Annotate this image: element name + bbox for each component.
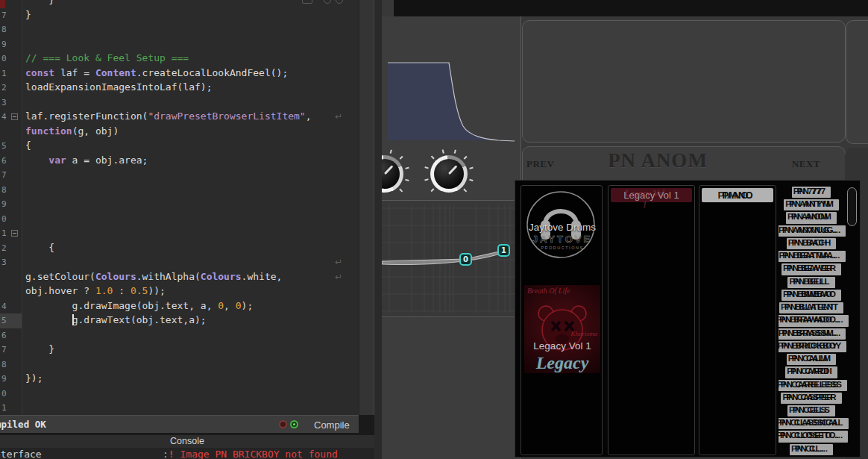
art-script-top: Breath Of Life bbox=[527, 287, 570, 295]
eq-node-0[interactable]: 0 bbox=[459, 253, 472, 266]
code-row: obj.hover ? 1.0 : 0.5)); bbox=[0, 284, 359, 299]
envelope-display[interactable] bbox=[388, 60, 518, 142]
editor-toolbar-icon[interactable] bbox=[302, 0, 312, 4]
art-script-bottom: Legacy bbox=[524, 353, 600, 373]
wrap-return-icon: ↵ bbox=[335, 272, 342, 282]
art-script-mid: Kharisma bbox=[570, 330, 597, 337]
code-row: 6 bbox=[0, 328, 359, 343]
code-row: 3↵ bbox=[0, 255, 359, 270]
code-row: 9 bbox=[0, 37, 359, 52]
code-row: 7} bbox=[0, 8, 359, 23]
expansion-logo-word: JAYTOVE bbox=[523, 234, 602, 245]
console-title: Console bbox=[0, 435, 374, 448]
right-edge-panel bbox=[846, 20, 868, 144]
preset-item[interactable]: PN 777PN 777 bbox=[792, 187, 831, 198]
code-row: 2 { bbox=[0, 241, 359, 256]
preset-item[interactable]: PN BACHPN BACH bbox=[787, 238, 836, 249]
preset-item[interactable]: PN CASPERPN CASPER bbox=[781, 393, 841, 404]
preset-item[interactable]: PN CARDIPN CARDI bbox=[785, 366, 837, 378]
editor-scrollbar[interactable] bbox=[359, 0, 374, 415]
preset-item[interactable]: PN BELLPN BELL bbox=[787, 277, 834, 288]
expansion-column: Jaytove Drums JAYTOVE PRODUCTIONS Breath… bbox=[521, 185, 603, 455]
led-green-icon bbox=[290, 420, 298, 428]
code-rows: }7}890// === Look & Feel Setup ===1const… bbox=[0, 0, 359, 415]
eq-curve bbox=[382, 204, 521, 313]
preset-item[interactable]: PN BRASSM...PN BRASSM... bbox=[779, 328, 846, 340]
breakpoint-marker bbox=[0, 0, 5, 8]
eq-panel: 0 1 bbox=[382, 204, 521, 313]
knob-attack[interactable] bbox=[382, 153, 406, 195]
code-row: 1 bbox=[0, 401, 359, 415]
screen: }7}890// === Look & Feel Setup ===1const… bbox=[0, 0, 868, 459]
code-row: 7 bbox=[0, 168, 359, 183]
code-row: 0 bbox=[0, 212, 359, 227]
compile-button[interactable]: Compile bbox=[314, 419, 350, 431]
code-row: 8 bbox=[0, 22, 359, 37]
fold-icon[interactable] bbox=[11, 113, 18, 120]
code-row: 1 bbox=[0, 226, 359, 241]
code-row: 8 bbox=[0, 183, 359, 198]
lower-left-panel bbox=[382, 316, 521, 459]
preset-item[interactable]: PN CARELESSPN CARELESS bbox=[779, 380, 847, 391]
preset-item[interactable]: PN BEATMA...PN BEATMA... bbox=[779, 251, 846, 262]
preset-browser: Jaytove Drums JAYTOVE PRODUCTIONS Breath… bbox=[515, 180, 861, 458]
console-error-text: Image PN BRICKBOY not found bbox=[174, 449, 338, 459]
preset-item[interactable]: PN BLATENTPN BLATENT bbox=[779, 302, 843, 313]
preset-item[interactable]: PN BEAVERPN BEAVER bbox=[781, 263, 841, 275]
code-row: 6 var a = obj.area; bbox=[0, 154, 359, 169]
preset-item[interactable]: PN ANTYMPN ANTYM bbox=[784, 199, 839, 210]
expansion-list-column: Legacy Vol 1 Legacy Vol 1 bbox=[608, 185, 695, 455]
fold-icon[interactable] bbox=[11, 230, 18, 237]
preset-item[interactable]: PN CELSPN CELS bbox=[787, 405, 835, 416]
preview-titlebar bbox=[394, 0, 868, 16]
display-panel bbox=[522, 20, 846, 143]
expansion-logo-sub: PRODUCTIONS bbox=[523, 246, 602, 250]
code-row: function(g, obj) bbox=[0, 125, 359, 140]
preset-scrollbar[interactable] bbox=[847, 187, 857, 226]
expansion-item-overlay: Legacy Vol 1 bbox=[624, 188, 665, 210]
console-panel: Console nterface :! Image PN BRICKBOY no… bbox=[0, 435, 374, 459]
preset-list: PN 777PN 777PN ANTYMPN ANTYMPN ANOMPN AN… bbox=[779, 185, 858, 455]
led-red-icon bbox=[279, 420, 287, 428]
preset-item[interactable]: PN CLOSETO...PN CLOSETO... bbox=[779, 431, 848, 442]
preset-item[interactable]: PN CL...PN CL... bbox=[790, 444, 833, 455]
wrap-return-icon: ↵ bbox=[335, 257, 342, 267]
console-source: nterface bbox=[0, 449, 42, 459]
console-message: :! Image PN BRICKBOY not found bbox=[163, 449, 338, 459]
eq-node-1[interactable]: 1 bbox=[497, 244, 510, 257]
code-row: 4laf.registerFunction("drawPresetBrowser… bbox=[0, 110, 359, 125]
code-row: 3 bbox=[0, 96, 359, 110]
category-column: PIANO PIANO bbox=[699, 185, 776, 455]
code-row: g.setColour(Colours.withAlpha(Colours.wh… bbox=[0, 270, 359, 285]
preset-item[interactable]: PN BRAVADO...PN BRAVADO... bbox=[779, 315, 849, 326]
preset-item[interactable]: PN CLASSICALPN CLASSICAL bbox=[779, 418, 849, 429]
script-editor: }7}890// === Look & Feel Setup ===1const… bbox=[0, 0, 374, 459]
code-row: 9}); bbox=[0, 372, 359, 387]
wrap-return-icon: ↵ bbox=[335, 111, 342, 122]
preset-item[interactable]: PN BIMBAOPN BIMBAO bbox=[781, 290, 841, 301]
code-row: 1const laf = Content.createLocalLookAndF… bbox=[0, 66, 359, 81]
code-row: 8 bbox=[0, 357, 359, 372]
knob-release[interactable] bbox=[428, 153, 470, 195]
code-row: 4 g.drawImage(obj.text, a, 0, 0); bbox=[0, 299, 359, 314]
preset-item[interactable]: PN CALMPN CALM bbox=[787, 354, 836, 365]
preset-title: PN ANOM bbox=[523, 149, 793, 172]
preset-item[interactable]: PN ANOMPN ANOM bbox=[786, 212, 837, 223]
expansion-logo: Jaytove Drums JAYTOVE PRODUCTIONS bbox=[523, 189, 602, 263]
warning-icon: ! bbox=[169, 449, 174, 459]
next-button[interactable]: NEXT bbox=[792, 158, 820, 170]
art-title: Legacy Vol 1 bbox=[524, 340, 600, 352]
category-item[interactable]: PIANO PIANO bbox=[702, 188, 773, 202]
console-colon: : bbox=[163, 449, 169, 459]
envelope-panel bbox=[382, 16, 521, 201]
expansion-artwork[interactable]: Breath Of Life Kharisma Legacy Vol 1 Leg… bbox=[524, 285, 600, 373]
code-row: 0 bbox=[0, 387, 359, 402]
code-row: 2loadExpansionImagesIntoLaf(laf); bbox=[0, 81, 359, 96]
code-row: 5{ bbox=[0, 139, 359, 154]
preset-item[interactable]: PN ANXNUG...PN ANXNUG... bbox=[779, 225, 846, 237]
preset-item[interactable]: PN BRICKBOYPN BRICKBOY bbox=[779, 341, 846, 352]
plugin-preview: 0 1 PREV PN ANOM NEXT bbox=[374, 0, 868, 459]
code-row: 5 g.drawText(obj.text,a); bbox=[0, 313, 359, 328]
code-area[interactable]: }7}890// === Look & Feel Setup ===1const… bbox=[0, 0, 359, 415]
expansion-list-item[interactable]: Legacy Vol 1 Legacy Vol 1 bbox=[611, 188, 692, 202]
